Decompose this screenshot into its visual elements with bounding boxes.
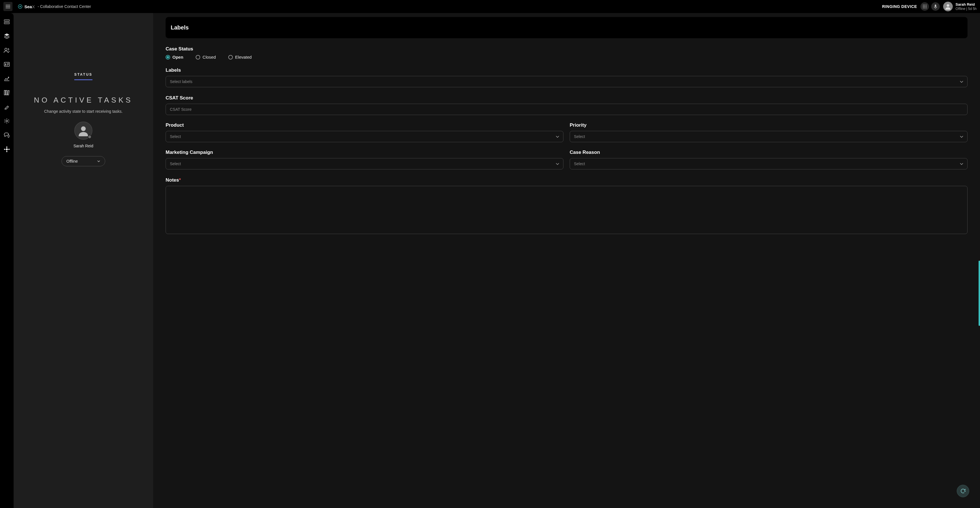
scrollbar-thumb[interactable] (978, 261, 980, 326)
dialpad-icon (923, 5, 927, 8)
svg-point-7 (926, 6, 926, 7)
no-tasks-subtitle: Change activity state to start receiving… (44, 109, 123, 114)
svg-point-6 (924, 6, 925, 7)
queue-icon (4, 19, 10, 24)
sidebar-item-library[interactable] (4, 89, 10, 96)
chevron-down-icon (960, 81, 963, 83)
chat-icon (4, 133, 10, 138)
avatar-icon (945, 3, 951, 10)
labels-card-title: Labels (171, 24, 963, 31)
radio-label: Closed (202, 55, 216, 59)
labels-select[interactable]: Select labels (165, 76, 967, 87)
case-status-closed[interactable]: Closed (196, 55, 216, 59)
svg-point-26 (4, 149, 5, 150)
svg-rect-19 (6, 90, 7, 95)
radio-label: Elevated (235, 55, 251, 59)
status-tab[interactable]: STATUS (74, 73, 92, 80)
app-header: SeaX - Collaborative Contact Center RING… (0, 0, 980, 13)
case-status-open[interactable]: Open (165, 55, 183, 59)
dialpad-button[interactable] (920, 2, 929, 11)
svg-rect-14 (4, 22, 10, 24)
svg-rect-13 (4, 20, 10, 21)
chevron-down-icon (97, 160, 100, 162)
logo-icon (18, 4, 23, 9)
svg-rect-20 (7, 90, 9, 95)
sidebar-item-edit[interactable] (4, 104, 10, 110)
product-placeholder: Select (170, 134, 181, 139)
status-panel: STATUS NO ACTIVE TASKS Change activity s… (14, 13, 153, 508)
radio-label: Open (172, 55, 183, 59)
svg-point-17 (5, 64, 6, 65)
csat-field-label: CSAT Score (165, 95, 967, 101)
svg-point-1 (19, 6, 21, 7)
library-icon (4, 90, 10, 95)
case-form-area: Labels Case Status Open Closed Elevated … (153, 13, 980, 508)
availability-value: Offline (66, 159, 78, 164)
contacts-icon (4, 48, 10, 53)
sidebar-item-hub[interactable] (4, 146, 10, 152)
svg-rect-11 (935, 5, 936, 7)
case-status-label: Case Status (165, 46, 967, 52)
chevron-down-icon (960, 163, 963, 165)
header-user-name: Sarah Reid (956, 2, 977, 7)
labels-placeholder: Select labels (170, 79, 192, 84)
reason-placeholder: Select (574, 162, 585, 166)
required-indicator: * (179, 177, 181, 183)
header-user-status: Offline | 5d 5h (956, 7, 977, 11)
priority-field-label: Priority (570, 122, 967, 128)
notes-textarea[interactable] (165, 186, 967, 234)
svg-rect-18 (4, 90, 5, 95)
logo-text: SeaX (24, 4, 35, 9)
gear-icon (4, 118, 10, 124)
notes-field-label: Notes* (165, 177, 967, 183)
chevron-down-icon (556, 136, 559, 138)
sidebar-item-analytics[interactable] (4, 75, 10, 82)
refresh-icon (960, 488, 966, 494)
labels-field-label: Labels (165, 67, 967, 73)
csat-placeholder: CSAT Score (170, 107, 192, 112)
radio-icon (196, 55, 200, 59)
sidebar-item-id-card[interactable] (4, 61, 10, 67)
sidebar-item-chat[interactable] (4, 132, 10, 138)
svg-point-12 (947, 4, 949, 7)
reason-field-label: Case Reason (570, 149, 967, 155)
radio-icon (228, 55, 233, 59)
priority-select[interactable]: Select (570, 131, 967, 142)
svg-point-27 (81, 126, 86, 131)
refresh-fab[interactable] (957, 485, 969, 497)
svg-point-2 (923, 5, 924, 6)
svg-point-3 (924, 5, 925, 6)
app-subtitle: - Collaborative Contact Center (38, 4, 91, 9)
no-tasks-title: NO ACTIVE TASKS (34, 96, 133, 105)
sidebar-rail (0, 13, 14, 508)
sidebar-item-settings[interactable] (4, 118, 10, 124)
svg-point-15 (5, 48, 7, 51)
id-card-icon (4, 62, 10, 67)
microphone-icon (934, 5, 937, 8)
svg-point-5 (923, 6, 924, 7)
header-avatar[interactable] (943, 2, 953, 11)
svg-point-9 (924, 8, 925, 8)
sidebar-item-layers[interactable] (4, 33, 10, 39)
sidebar-item-contacts[interactable] (4, 47, 10, 53)
product-field-label: Product (165, 122, 563, 128)
case-status-radio-group: Open Closed Elevated (165, 55, 967, 59)
svg-point-22 (6, 148, 8, 150)
header-user-block: Sarah Reid Offline | 5d 5h (956, 2, 977, 11)
microphone-button[interactable] (931, 2, 940, 11)
hub-icon (4, 146, 10, 152)
hamburger-menu-button[interactable] (3, 2, 13, 11)
marketing-select[interactable]: Select (165, 158, 563, 170)
avatar-icon (78, 125, 89, 136)
svg-point-8 (923, 8, 924, 8)
reason-select[interactable]: Select (570, 158, 967, 170)
priority-placeholder: Select (574, 134, 585, 139)
availability-select[interactable]: Offline (62, 156, 105, 166)
csat-input[interactable]: CSAT Score (165, 104, 967, 115)
layers-icon (4, 33, 10, 39)
svg-point-4 (926, 5, 926, 6)
case-status-elevated[interactable]: Elevated (228, 55, 251, 59)
presence-indicator-offline (88, 135, 92, 139)
product-select[interactable]: Select (165, 131, 563, 142)
sidebar-item-queue[interactable] (4, 19, 10, 25)
